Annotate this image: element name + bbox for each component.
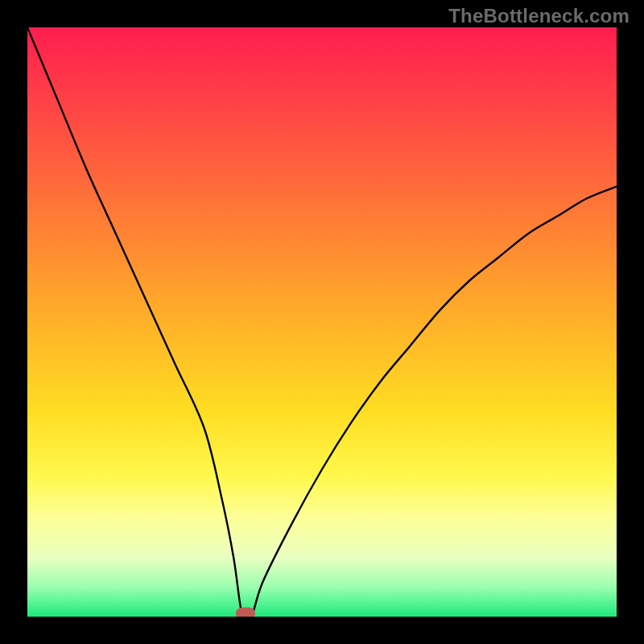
watermark-text: TheBottleneck.com	[448, 5, 630, 27]
plot-area	[27, 27, 617, 617]
bottleneck-curve	[27, 27, 617, 617]
chart-frame: TheBottleneck.com	[0, 0, 644, 644]
optimal-point-marker	[236, 608, 255, 617]
